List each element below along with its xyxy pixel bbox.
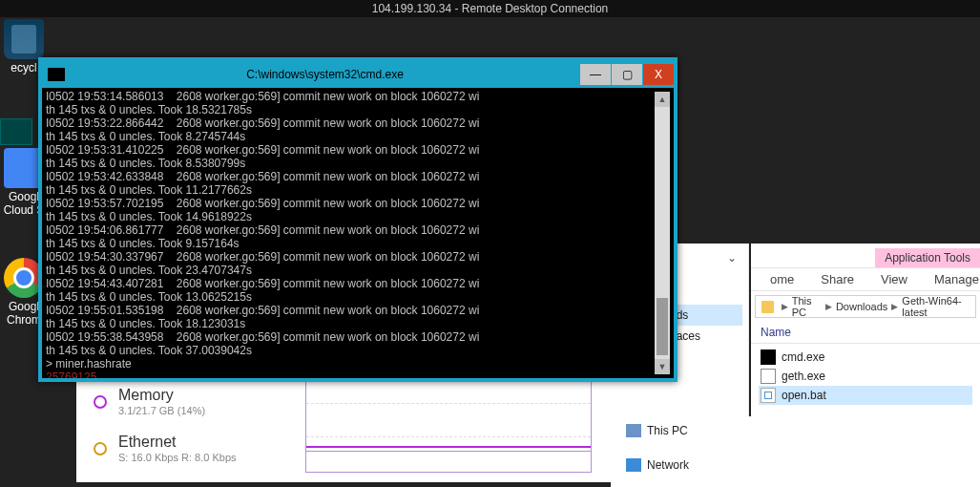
bat-file-icon: [761, 388, 776, 403]
file-name: open.bat: [782, 389, 826, 402]
nav-network-label: Network: [647, 458, 689, 472]
folder-icon: [761, 301, 774, 313]
file-list: cmd.exe geth.exe open.bat: [751, 344, 980, 487]
cmd-text-1: I0502 19:53:14.586013 2608 worker.go:569…: [46, 90, 479, 371]
cmd-output[interactable]: I0502 19:53:14.586013 2608 worker.go:569…: [42, 88, 674, 378]
maximize-button[interactable]: ▢: [612, 64, 642, 85]
cmd-scrollbar[interactable]: ▲ ▼: [655, 92, 670, 374]
ethernet-sub: S: 16.0 Kbps R: 8.0 Kbps: [118, 452, 237, 463]
tab-view[interactable]: View: [867, 272, 921, 286]
file-name: cmd.exe: [782, 350, 824, 364]
minimize-icon: —: [590, 68, 601, 81]
ethernet-status-icon: [94, 442, 107, 455]
network-nav-icon: [626, 458, 641, 472]
file-explorer-window: Application Tools ome Share View Manage …: [751, 244, 980, 487]
exe-file-icon: [761, 369, 776, 384]
column-header-name[interactable]: Name: [751, 322, 980, 344]
task-manager-performance: Memory 3.1/21.7 GB (14%) Ethernet S: 16.…: [76, 377, 617, 482]
path-thispc[interactable]: This PC: [792, 295, 822, 318]
rdp-title-bar: 104.199.130.34 - Remote Desktop Connecti…: [0, 0, 980, 17]
command-prompt-window[interactable]: C:\windows\system32\cmd.exe — ▢ X I0502 …: [38, 57, 678, 382]
file-item-open-bat[interactable]: open.bat: [759, 386, 972, 405]
explorer-menu-bar: ome Share View Manage: [751, 268, 980, 291]
close-icon: X: [655, 68, 662, 81]
chart-line2-icon: [306, 451, 591, 452]
ethernet-label: Ethernet: [118, 434, 237, 451]
file-item-cmd[interactable]: cmd.exe: [759, 348, 972, 367]
rdp-title-text: 104.199.130.34 - Remote Desktop Connecti…: [372, 2, 609, 15]
explorer-nav-bottom: This PC Network: [611, 416, 754, 487]
memory-chart: [305, 368, 592, 473]
memory-label: Memory: [118, 387, 205, 404]
tab-home[interactable]: ome: [757, 272, 807, 286]
cmd-file-icon: [761, 349, 776, 365]
cmd-title-bar[interactable]: C:\windows\system32\cmd.exe — ▢ X: [42, 61, 674, 88]
file-item-geth[interactable]: geth.exe: [759, 367, 972, 386]
explorer-tab-bar: Application Tools: [751, 244, 980, 268]
address-bar[interactable]: ▶ This PC ▶ Downloads ▶ Geth-Win64-lates…: [755, 295, 976, 318]
unknown-desktop-icon[interactable]: [0, 118, 32, 145]
scroll-up-icon[interactable]: ▲: [655, 92, 670, 107]
nav-network[interactable]: Network: [616, 455, 748, 476]
breadcrumb-sep-icon: ▶: [891, 302, 898, 311]
cmd-title-icon: [48, 68, 65, 81]
cmd-title-text: C:\windows\system32\cmd.exe: [71, 68, 579, 81]
chart-line-icon: [306, 446, 591, 448]
thispc-nav-icon: [626, 424, 641, 437]
breadcrumb-sep-icon: ▶: [825, 302, 832, 311]
scroll-down-icon[interactable]: ▼: [655, 359, 670, 374]
path-downloads[interactable]: Downloads: [836, 301, 887, 312]
trash-icon: [4, 19, 44, 59]
scroll-thumb[interactable]: [657, 298, 668, 355]
tab-manage[interactable]: Manage: [921, 272, 980, 286]
scroll-track[interactable]: [657, 109, 668, 357]
nav-thispc[interactable]: This PC: [616, 420, 748, 441]
path-folder[interactable]: Geth-Win64-latest: [902, 295, 970, 318]
nav-thispc-label: This PC: [647, 424, 688, 437]
memory-sub: 3.1/21.7 GB (14%): [118, 405, 205, 416]
tab-application-tools[interactable]: Application Tools: [875, 248, 980, 267]
tab-share[interactable]: Share: [807, 272, 867, 286]
maximize-icon: ▢: [622, 68, 633, 81]
file-name: geth.exe: [782, 370, 825, 383]
breadcrumb-sep-icon: ▶: [782, 302, 788, 311]
chevron-down-icon: ⌄: [727, 251, 737, 265]
minimize-button[interactable]: —: [580, 64, 611, 85]
close-button[interactable]: X: [643, 64, 674, 85]
memory-status-icon: [94, 395, 107, 409]
cmd-hashrate: 25769125: [46, 371, 96, 378]
